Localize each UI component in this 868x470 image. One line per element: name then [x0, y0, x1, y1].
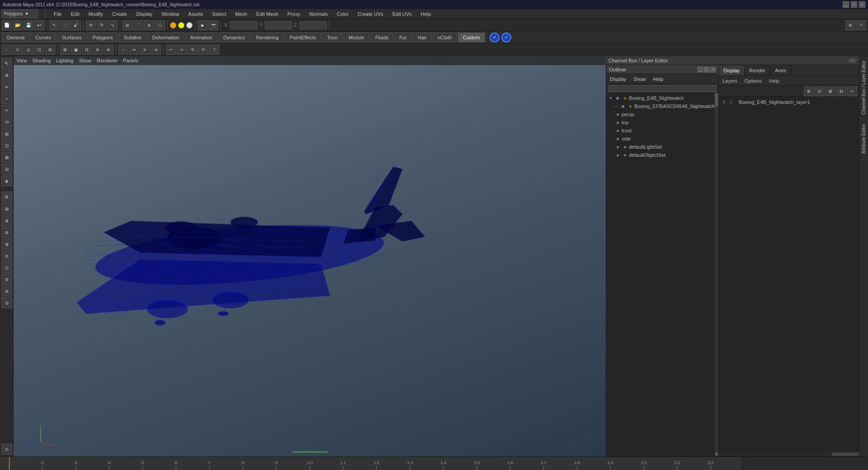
menu-select[interactable]: Select [210, 10, 228, 18]
viewport[interactable]: View Shading Lighting Show Renderer Pane… [14, 56, 606, 456]
tool-lasso[interactable]: ⬚ [60, 20, 70, 30]
minimize-button[interactable]: _ [843, 1, 849, 8]
fg-color-swatch[interactable] [170, 22, 176, 28]
tab-painteffects[interactable]: PaintEffects [285, 33, 321, 42]
left-tool-19[interactable]: ⊜ [1, 286, 12, 296]
bg-color-swatch[interactable] [178, 22, 184, 28]
tree-item-side[interactable]: ◈ side [606, 135, 718, 143]
tab-custom[interactable]: Custom [458, 33, 485, 42]
layer-tool-1[interactable]: ⊞ [804, 86, 814, 96]
left-tool-bottom[interactable]: ⊙ [1, 444, 12, 455]
layer-row-1[interactable]: V / Boeing_E4B_Nightwatch_layer1 [721, 99, 857, 106]
layer-tool-2[interactable]: ⊡ [815, 86, 825, 96]
sec-tool-12[interactable]: ⇔ [129, 45, 139, 55]
sec-tool-9[interactable]: ⊕ [93, 45, 103, 55]
tab-hair[interactable]: Hair [413, 33, 432, 42]
left-tool-1[interactable]: ⊕ [1, 70, 12, 80]
tree-item-front[interactable]: ◈ front [606, 127, 718, 135]
outliner-menu-display[interactable]: Display [608, 75, 628, 83]
menu-display[interactable]: Display [134, 10, 154, 18]
channel-box-icon[interactable]: ▷ [853, 57, 856, 63]
left-tool-13[interactable]: ⊕ [1, 215, 12, 226]
tab-ncloth[interactable]: nCloth [433, 33, 457, 42]
left-tool-9[interactable]: ⊟ [1, 164, 12, 174]
layer-tab-display[interactable]: Display [719, 66, 745, 75]
viewport-menu-view[interactable]: View [16, 58, 27, 63]
tree-item-top[interactable]: ◈ top [606, 118, 718, 127]
viewport-menu-renderer[interactable]: Renderer [97, 58, 118, 63]
left-tool-17[interactable]: ⊙ [1, 262, 12, 273]
layer-subtab-options[interactable]: Options [743, 77, 764, 85]
expand-icon[interactable]: ▼ [608, 95, 613, 101]
left-tool-20[interactable]: ⊝ [1, 297, 12, 308]
y-input[interactable] [265, 21, 292, 29]
sec-tool-1[interactable]: ↑ [2, 45, 12, 55]
tool-snap-surface[interactable]: ⬡ [155, 20, 165, 30]
layer-tool-5[interactable]: ↩ [847, 86, 857, 96]
left-tool-5[interactable]: ⟲ [1, 117, 12, 127]
left-tool-6[interactable]: ⊞ [1, 128, 12, 139]
tool-settings[interactable]: ⚙ [845, 20, 855, 30]
tab-polygons[interactable]: Polygons [87, 33, 118, 42]
close-button[interactable]: × [859, 1, 865, 8]
outliner-minimize[interactable]: _ [698, 67, 703, 72]
tool-render[interactable]: ▶ [198, 20, 208, 30]
tab-subdivs[interactable]: Subdivs [119, 33, 146, 42]
tab-muscle[interactable]: Muscle [344, 33, 369, 42]
tool-camera[interactable]: 📷 [208, 20, 218, 30]
tab-dynamics[interactable]: Dynamics [218, 33, 250, 42]
sec-tool-6[interactable]: ⊠ [60, 45, 70, 55]
tab-surfaces[interactable]: Surfaces [57, 33, 86, 42]
left-tool-18[interactable]: ⊚ [1, 274, 12, 285]
toggle-btn-2[interactable]: ✓ [501, 33, 511, 42]
layer-hscrollbar[interactable] [719, 452, 859, 456]
tab-toon[interactable]: Toon [322, 33, 343, 42]
channel-box-expand[interactable]: ◁ [848, 57, 852, 63]
menu-edit-uvs[interactable]: Edit UVs [391, 10, 414, 18]
sec-tool-4[interactable]: ⊡ [34, 45, 44, 55]
tab-animation[interactable]: Animation [185, 33, 217, 42]
menu-edit-mesh[interactable]: Edit Mesh [255, 10, 280, 18]
tool-snap-curve[interactable]: ⌒ [133, 20, 143, 30]
expand-icon-2[interactable]: — [613, 103, 619, 109]
layer-subtab-layers[interactable]: Layers [721, 77, 739, 85]
layer-subtab-help[interactable]: Help [767, 77, 781, 85]
sec-tool-14[interactable]: ⊲ [151, 45, 161, 55]
tree-item-objectset[interactable]: ◈ ◈ defaultObjectSet [606, 151, 718, 159]
menu-normals[interactable]: Normals [307, 10, 330, 18]
outliner-close[interactable]: × [710, 67, 716, 72]
tool-help[interactable]: ? [856, 20, 866, 30]
menu-edit[interactable]: Edit [69, 10, 81, 18]
left-tool-10[interactable]: ◈ [1, 175, 12, 186]
tool-snap-grid[interactable]: ⊞ [123, 20, 132, 30]
left-tool-2[interactable]: ✏ [1, 81, 12, 92]
outliner-menu-help[interactable]: Help [651, 75, 665, 83]
x-input[interactable] [230, 21, 257, 29]
left-tool-15[interactable]: ⊗ [1, 239, 12, 249]
left-tool-3[interactable]: ⌁ [1, 93, 12, 104]
viewport-menu-shading[interactable]: Shading [33, 58, 51, 63]
sec-tool-19[interactable]: ? [209, 45, 219, 55]
sec-tool-3[interactable]: ◎ [24, 45, 33, 55]
attribute-editor-side-label[interactable]: Attribute Editor [860, 121, 867, 156]
viewport-menu-panels[interactable]: Panels [123, 58, 138, 63]
channel-box-side-label[interactable]: Channel Box / Layer Editor [860, 58, 867, 118]
menu-proxy[interactable]: Proxy [286, 10, 302, 18]
outliner-scrollbar[interactable]: ▼ [715, 93, 718, 456]
menu-file[interactable]: File [52, 10, 64, 18]
timeline-ruler[interactable]: 1 2 3 4 5 6 7 8 [0, 457, 868, 470]
left-tool-16[interactable]: ⊘ [1, 250, 12, 261]
layer-tab-anim[interactable]: Anim [770, 66, 791, 75]
outliner-menu-show[interactable]: Show [632, 75, 648, 83]
sec-tool-10[interactable]: ⊛ [104, 45, 113, 55]
outliner-search-input[interactable] [608, 85, 717, 92]
tool-open[interactable]: 📂 [13, 20, 23, 30]
left-tool-select[interactable]: ↖ [1, 58, 12, 69]
sec-tool-5[interactable]: ⊞ [45, 45, 55, 55]
tab-fluids[interactable]: Fluids [370, 33, 393, 42]
tab-curves[interactable]: Curves [30, 33, 56, 42]
menu-mesh[interactable]: Mesh [233, 10, 249, 18]
tree-item-boeing-e4b[interactable]: ▼ ◉ ◈ Boeing_E4B_Nightwatch [606, 94, 718, 102]
scroll-down-arrow[interactable]: ▼ [715, 452, 718, 456]
layer-visibility[interactable]: V [722, 100, 729, 105]
